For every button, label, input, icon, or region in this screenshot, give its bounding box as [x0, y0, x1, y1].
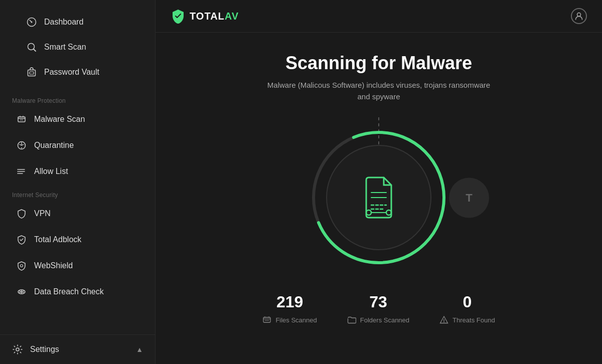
svg-point-10 — [18, 173, 19, 174]
quarantine-icon — [16, 140, 27, 151]
logo: TOTALAV — [171, 9, 239, 24]
sidebar-item-quarantine-label: Quarantine — [34, 141, 74, 150]
malware-scan-icon — [16, 114, 27, 125]
scan-ring-inner — [326, 145, 431, 250]
svg-point-14 — [577, 13, 581, 17]
svg-point-9 — [18, 171, 19, 172]
folders-scanned-icon — [347, 315, 356, 324]
sidebar-item-webshield[interactable]: WebShield — [4, 254, 151, 278]
adblock-icon — [16, 234, 27, 245]
smart-scan-icon — [26, 42, 37, 53]
svg-rect-3 — [28, 70, 36, 76]
folders-scanned-label: Folders Scanned — [360, 316, 409, 324]
allow-list-icon — [16, 166, 27, 177]
sidebar-item-adblock-label: Total Adblock — [34, 235, 81, 244]
stat-folders-scanned: 73 Folders Scanned — [347, 293, 409, 324]
threats-found-icon — [439, 315, 448, 324]
folders-scanned-value: 73 — [369, 293, 387, 311]
threats-found-label: Threats Found — [453, 316, 495, 324]
sidebar-item-dashboard-label: Dashboard — [44, 18, 83, 27]
sidebar-item-malware-scan-label: Malware Scan — [34, 115, 85, 124]
sidebar-item-dashboard[interactable]: Dashboard — [14, 10, 141, 34]
sidebar-item-breach-check[interactable]: Data Breach Check — [4, 280, 151, 304]
sidebar-item-malware-scan[interactable]: Malware Scan — [4, 107, 151, 131]
sidebar-item-allow-list[interactable]: Allow List — [4, 159, 151, 184]
vault-icon — [26, 67, 37, 78]
logo-text: TOTALAV — [190, 11, 239, 22]
settings-icon — [12, 344, 23, 355]
svg-point-11 — [21, 265, 23, 267]
svg-point-1 — [31, 22, 33, 23]
scan-visual: T — [283, 117, 474, 278]
settings-chevron-icon: ▲ — [136, 345, 143, 353]
svg-rect-5 — [18, 117, 25, 122]
user-profile-button[interactable] — [571, 8, 587, 24]
scan-title: Scanning for Malware — [285, 53, 472, 74]
sidebar-item-breach-check-label: Data Breach Check — [34, 287, 104, 296]
sidebar-item-password-vault-label: Password Vault — [44, 68, 99, 77]
sidebar-item-webshield-label: WebShield — [34, 261, 73, 270]
logo-shield-icon — [171, 9, 186, 24]
breach-icon — [16, 286, 27, 297]
sidebar-item-quarantine[interactable]: Quarantine — [4, 133, 151, 157]
files-scanned-icon — [262, 315, 271, 324]
threats-found-value: 0 — [463, 293, 472, 311]
svg-point-13 — [16, 348, 19, 351]
sidebar-item-smart-scan[interactable]: Smart Scan — [14, 35, 141, 59]
stats-row: 219 Files Scanned 73 Folders Scann — [203, 293, 554, 324]
svg-rect-19 — [263, 317, 270, 322]
internet-security-section-label: Internet Security — [0, 185, 155, 201]
stat-threats-found: 0 Threats Found — [439, 293, 495, 324]
svg-point-8 — [18, 169, 19, 170]
stat-files-scanned: 219 Files Scanned — [262, 293, 317, 324]
folders-scanned-label-row: Folders Scanned — [347, 315, 409, 324]
files-scanned-label: Files Scanned — [275, 316, 317, 324]
sidebar-item-vpn[interactable]: VPN — [4, 202, 151, 226]
svg-point-20 — [443, 322, 444, 323]
scan-file-icon — [354, 172, 404, 223]
files-scanned-label-row: Files Scanned — [262, 315, 317, 324]
side-circle: T — [449, 177, 489, 218]
main-content: TOTALAV Scanning for Malware Malware (Ma… — [156, 0, 602, 364]
settings-label: Settings — [30, 345, 129, 354]
sidebar-bottom: Settings ▲ — [0, 334, 155, 364]
sidebar-item-password-vault[interactable]: Password Vault — [14, 60, 141, 84]
sidebar-item-smart-scan-label: Smart Scan — [44, 43, 86, 52]
sidebar-item-vpn-label: VPN — [34, 209, 51, 218]
malware-protection-section-label: Malware Protection — [0, 90, 155, 106]
side-connector: T — [454, 198, 479, 198]
vpn-icon — [16, 208, 27, 219]
topbar: TOTALAV — [156, 0, 602, 33]
sidebar-top: Dashboard Smart Scan Password Vault — [0, 0, 155, 90]
sidebar-item-allow-list-label: Allow List — [34, 167, 68, 176]
files-scanned-value: 219 — [276, 293, 303, 311]
svg-rect-4 — [30, 72, 34, 74]
scan-subtitle: Malware (Malicous Software) includes vir… — [267, 80, 490, 102]
threats-found-label-row: Threats Found — [439, 315, 495, 324]
webshield-icon — [16, 260, 27, 271]
settings-item[interactable]: Settings ▲ — [0, 337, 155, 362]
sidebar: Dashboard Smart Scan Password Vault — [0, 0, 156, 364]
dashboard-icon — [26, 17, 37, 28]
scan-content: Scanning for Malware Malware (Malicous S… — [156, 33, 602, 364]
sidebar-item-adblock[interactable]: Total Adblock — [4, 228, 151, 252]
svg-point-7 — [21, 147, 22, 148]
